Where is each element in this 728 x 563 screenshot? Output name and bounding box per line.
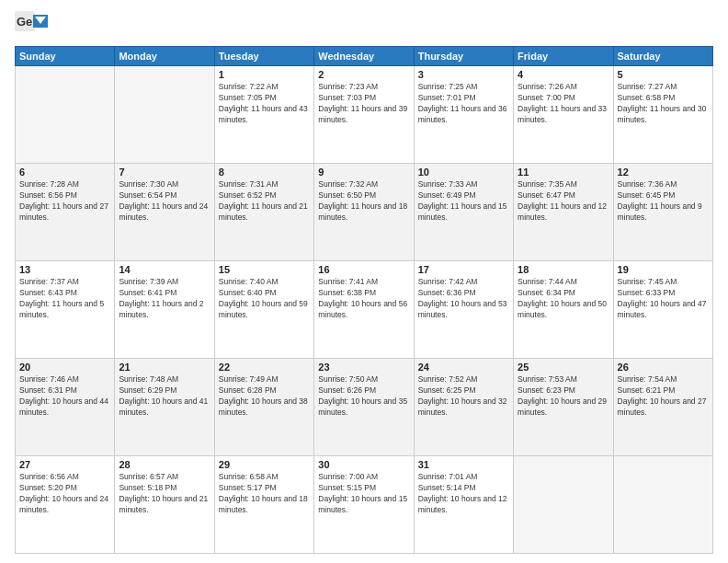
day-info: Sunrise: 7:23 AM Sunset: 7:03 PM Dayligh… xyxy=(318,82,409,126)
calendar-day-header: Thursday xyxy=(414,47,513,66)
day-number: 26 xyxy=(618,362,709,373)
day-number: 23 xyxy=(318,362,409,373)
calendar-cell: 31Sunrise: 7:01 AM Sunset: 5:14 PM Dayli… xyxy=(414,456,513,554)
day-info: Sunrise: 7:28 AM Sunset: 6:56 PM Dayligh… xyxy=(19,179,110,224)
day-number: 5 xyxy=(618,69,709,80)
calendar-cell xyxy=(16,66,115,164)
day-number: 28 xyxy=(119,459,210,470)
calendar-cell: 10Sunrise: 7:33 AM Sunset: 6:49 PM Dayli… xyxy=(414,164,513,261)
day-number: 10 xyxy=(418,167,509,178)
calendar-cell: 3Sunrise: 7:25 AM Sunset: 7:01 PM Daylig… xyxy=(414,66,513,164)
calendar-cell: 21Sunrise: 7:48 AM Sunset: 6:29 PM Dayli… xyxy=(115,359,214,456)
day-number: 24 xyxy=(418,362,509,373)
calendar-header-row: SundayMondayTuesdayWednesdayThursdayFrid… xyxy=(16,47,713,66)
day-number: 7 xyxy=(119,167,210,178)
calendar-cell: 22Sunrise: 7:49 AM Sunset: 6:28 PM Dayli… xyxy=(214,359,313,456)
day-info: Sunrise: 7:33 AM Sunset: 6:49 PM Dayligh… xyxy=(418,179,509,224)
calendar-week-row: 6Sunrise: 7:28 AM Sunset: 6:56 PM Daylig… xyxy=(16,164,713,261)
calendar-cell: 30Sunrise: 7:00 AM Sunset: 5:15 PM Dayli… xyxy=(314,456,414,554)
day-number: 18 xyxy=(518,264,609,275)
calendar-cell: 19Sunrise: 7:45 AM Sunset: 6:33 PM Dayli… xyxy=(613,261,712,359)
day-number: 6 xyxy=(19,167,110,178)
day-info: Sunrise: 7:41 AM Sunset: 6:38 PM Dayligh… xyxy=(318,277,409,321)
calendar-day-header: Friday xyxy=(514,47,613,66)
day-number: 14 xyxy=(119,264,210,275)
calendar-cell: 17Sunrise: 7:42 AM Sunset: 6:36 PM Dayli… xyxy=(414,261,513,359)
day-info: Sunrise: 7:50 AM Sunset: 6:26 PM Dayligh… xyxy=(318,374,409,419)
day-number: 13 xyxy=(19,264,110,275)
calendar-day-header: Monday xyxy=(115,47,214,66)
calendar-cell: 29Sunrise: 6:58 AM Sunset: 5:17 PM Dayli… xyxy=(214,456,313,554)
day-number: 8 xyxy=(219,167,310,178)
day-number: 20 xyxy=(19,362,110,373)
calendar-day-header: Tuesday xyxy=(214,47,313,66)
calendar-cell: 15Sunrise: 7:40 AM Sunset: 6:40 PM Dayli… xyxy=(214,261,313,359)
calendar-cell: 24Sunrise: 7:52 AM Sunset: 6:25 PM Dayli… xyxy=(414,359,513,456)
day-info: Sunrise: 7:35 AM Sunset: 6:47 PM Dayligh… xyxy=(518,179,609,224)
day-info: Sunrise: 7:00 AM Sunset: 5:15 PM Dayligh… xyxy=(318,472,409,516)
calendar-cell: 13Sunrise: 7:37 AM Sunset: 6:43 PM Dayli… xyxy=(16,261,115,359)
day-number: 17 xyxy=(418,264,509,275)
day-info: Sunrise: 7:32 AM Sunset: 6:50 PM Dayligh… xyxy=(318,179,409,224)
day-number: 4 xyxy=(518,69,609,80)
header: Gen xyxy=(15,11,713,39)
day-number: 30 xyxy=(318,459,409,470)
calendar-cell: 8Sunrise: 7:31 AM Sunset: 6:52 PM Daylig… xyxy=(214,164,313,261)
day-number: 31 xyxy=(418,459,509,470)
logo-icon: Gen xyxy=(15,11,48,39)
calendar-cell: 18Sunrise: 7:44 AM Sunset: 6:34 PM Dayli… xyxy=(514,261,613,359)
day-info: Sunrise: 7:48 AM Sunset: 6:29 PM Dayligh… xyxy=(119,374,210,419)
calendar-week-row: 1Sunrise: 7:22 AM Sunset: 7:05 PM Daylig… xyxy=(16,66,713,164)
calendar-day-header: Saturday xyxy=(613,47,712,66)
calendar-cell: 25Sunrise: 7:53 AM Sunset: 6:23 PM Dayli… xyxy=(514,359,613,456)
day-info: Sunrise: 7:53 AM Sunset: 6:23 PM Dayligh… xyxy=(518,374,609,419)
day-number: 9 xyxy=(318,167,409,178)
day-info: Sunrise: 7:49 AM Sunset: 6:28 PM Dayligh… xyxy=(219,374,310,419)
day-info: Sunrise: 7:30 AM Sunset: 6:54 PM Dayligh… xyxy=(119,179,210,224)
day-info: Sunrise: 7:25 AM Sunset: 7:01 PM Dayligh… xyxy=(418,82,509,126)
calendar-cell: 2Sunrise: 7:23 AM Sunset: 7:03 PM Daylig… xyxy=(314,66,414,164)
calendar-cell: 26Sunrise: 7:54 AM Sunset: 6:21 PM Dayli… xyxy=(613,359,712,456)
day-info: Sunrise: 7:39 AM Sunset: 6:41 PM Dayligh… xyxy=(119,277,210,321)
day-info: Sunrise: 7:52 AM Sunset: 6:25 PM Dayligh… xyxy=(418,374,509,419)
day-number: 29 xyxy=(219,459,310,470)
day-number: 2 xyxy=(318,69,409,80)
calendar-day-header: Wednesday xyxy=(314,47,414,66)
day-info: Sunrise: 6:56 AM Sunset: 5:20 PM Dayligh… xyxy=(19,472,110,516)
calendar-cell: 12Sunrise: 7:36 AM Sunset: 6:45 PM Dayli… xyxy=(613,164,712,261)
calendar-cell: 6Sunrise: 7:28 AM Sunset: 6:56 PM Daylig… xyxy=(16,164,115,261)
day-info: Sunrise: 7:54 AM Sunset: 6:21 PM Dayligh… xyxy=(618,374,709,419)
calendar-week-row: 13Sunrise: 7:37 AM Sunset: 6:43 PM Dayli… xyxy=(16,261,713,359)
day-number: 15 xyxy=(219,264,310,275)
calendar-week-row: 20Sunrise: 7:46 AM Sunset: 6:31 PM Dayli… xyxy=(16,359,713,456)
calendar-cell: 16Sunrise: 7:41 AM Sunset: 6:38 PM Dayli… xyxy=(314,261,414,359)
day-number: 3 xyxy=(418,69,509,80)
calendar-cell: 9Sunrise: 7:32 AM Sunset: 6:50 PM Daylig… xyxy=(314,164,414,261)
day-info: Sunrise: 7:37 AM Sunset: 6:43 PM Dayligh… xyxy=(19,277,110,321)
calendar-cell: 7Sunrise: 7:30 AM Sunset: 6:54 PM Daylig… xyxy=(115,164,214,261)
day-info: Sunrise: 7:45 AM Sunset: 6:33 PM Dayligh… xyxy=(618,277,709,321)
day-number: 12 xyxy=(618,167,709,178)
calendar: SundayMondayTuesdayWednesdayThursdayFrid… xyxy=(15,46,713,554)
calendar-cell: 1Sunrise: 7:22 AM Sunset: 7:05 PM Daylig… xyxy=(214,66,313,164)
calendar-cell: 27Sunrise: 6:56 AM Sunset: 5:20 PM Dayli… xyxy=(16,456,115,554)
day-info: Sunrise: 7:27 AM Sunset: 6:58 PM Dayligh… xyxy=(618,82,709,126)
day-number: 25 xyxy=(518,362,609,373)
day-info: Sunrise: 7:42 AM Sunset: 6:36 PM Dayligh… xyxy=(418,277,509,321)
calendar-cell: 5Sunrise: 7:27 AM Sunset: 6:58 PM Daylig… xyxy=(613,66,712,164)
day-info: Sunrise: 7:44 AM Sunset: 6:34 PM Dayligh… xyxy=(518,277,609,321)
calendar-cell xyxy=(115,66,214,164)
day-info: Sunrise: 7:26 AM Sunset: 7:00 PM Dayligh… xyxy=(518,82,609,126)
day-number: 19 xyxy=(618,264,709,275)
day-number: 22 xyxy=(219,362,310,373)
day-number: 21 xyxy=(119,362,210,373)
day-info: Sunrise: 7:22 AM Sunset: 7:05 PM Dayligh… xyxy=(219,82,310,126)
calendar-cell: 11Sunrise: 7:35 AM Sunset: 6:47 PM Dayli… xyxy=(514,164,613,261)
logo: Gen xyxy=(15,11,50,39)
day-info: Sunrise: 7:46 AM Sunset: 6:31 PM Dayligh… xyxy=(19,374,110,419)
calendar-cell xyxy=(613,456,712,554)
day-info: Sunrise: 7:40 AM Sunset: 6:40 PM Dayligh… xyxy=(219,277,310,321)
day-info: Sunrise: 6:57 AM Sunset: 5:18 PM Dayligh… xyxy=(119,472,210,516)
calendar-cell: 23Sunrise: 7:50 AM Sunset: 6:26 PM Dayli… xyxy=(314,359,414,456)
calendar-cell: 4Sunrise: 7:26 AM Sunset: 7:00 PM Daylig… xyxy=(514,66,613,164)
